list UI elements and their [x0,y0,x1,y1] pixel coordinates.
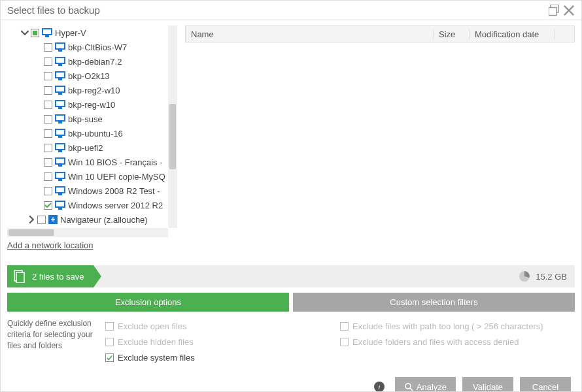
tree-label: Win 10 BIOS - Français - [68,157,162,167]
svg-rect-17 [56,87,64,91]
tree-sibling-navigateur[interactable]: + Navigateur (z.allouche) [7,212,177,227]
window-title: Select files to backup [7,5,546,16]
vm-icon [55,42,65,52]
option-label: Exclude files with path too long ( > 256… [352,321,543,331]
tree-item[interactable]: bkp-reg2-w10 [7,83,177,97]
validate-button[interactable]: Validate [462,377,513,392]
tree-item[interactable]: bkp-uefi2 [7,140,177,155]
checkbox[interactable] [44,86,52,95]
tree-label: bkp-debian7.2 [68,57,122,67]
checkbox[interactable] [37,216,46,224]
checkbox[interactable] [44,144,52,152]
tree-item[interactable]: bkp-ubuntu-16 [7,126,177,140]
tree-label: bkp-uefi2 [68,143,103,153]
svg-rect-11 [56,58,64,63]
exclude-path-too-long[interactable]: Exclude files with path too long ( > 256… [340,318,575,334]
checkbox-checked[interactable] [44,201,52,210]
tree-item[interactable]: bkp-debian7.2 [7,54,177,69]
add-network-link[interactable]: Add a network location [7,240,94,250]
checkbox[interactable] [44,115,52,123]
vm-icon [55,71,65,80]
vm-icon [42,28,52,37]
svg-rect-24 [58,122,62,123]
vm-icon [55,114,65,123]
analyze-button[interactable]: Analyze [395,377,456,392]
svg-rect-38 [56,188,64,192]
tab-custom-filters[interactable]: Custom selection filters [293,293,575,312]
exclude-open-files[interactable]: Exclude open files [105,318,340,334]
svg-rect-18 [58,93,62,95]
restore-icon[interactable] [549,6,560,15]
svg-rect-41 [56,202,64,206]
checkbox[interactable] [44,187,52,195]
info-icon[interactable]: i [374,382,385,392]
tree-label: bkp-CltBios-W7 [68,42,127,52]
checkbox[interactable] [44,57,52,66]
titlebar: Select files to backup [1,1,581,20]
svg-rect-27 [58,136,62,138]
cancel-button[interactable]: Cancel [520,377,571,392]
tree-item[interactable]: Win 10 UEFI copie-MySQ [7,169,177,184]
tree-vertical-scrollbar[interactable] [168,25,177,228]
svg-rect-32 [56,159,64,163]
total-size: 15.2 GB [536,272,567,282]
option-label: Exclude system files [118,353,195,363]
tree-item[interactable]: bkp-O2k13 [7,69,177,83]
chevron-right-icon[interactable] [27,215,36,224]
column-modification[interactable]: Modification date [470,29,555,39]
checkbox[interactable] [44,158,52,167]
checkbox[interactable] [340,338,349,346]
status-bar: 2 files to save 15.2 GB [7,265,575,287]
exclude-access-denied[interactable]: Exclude folders and files with access de… [340,334,575,350]
checkbox[interactable] [105,322,114,331]
svg-rect-33 [58,165,62,167]
column-size[interactable]: Size [434,29,470,39]
tree-item[interactable]: bkp-reg-w10 [7,97,177,112]
tab-exclusion[interactable]: Exclusion options [7,293,289,312]
status-size: 15.2 GB [519,270,575,282]
tree-scroll[interactable]: Hyper-V bkp-CltBios-W7bkp-debian7.2bkp-O… [7,25,177,228]
exclude-hidden-files[interactable]: Exclude hidden files [105,334,340,350]
checkbox[interactable] [44,172,52,181]
tree-label: Navigateur (z.allouche) [60,215,148,225]
checkbox-checked[interactable] [105,353,114,362]
files-count: 2 files to save [32,272,84,282]
scrollbar-thumb[interactable] [9,229,54,236]
button-label: Cancel [532,382,558,392]
svg-rect-14 [56,73,64,77]
tree-horizontal-scrollbar[interactable] [7,228,168,237]
svg-rect-8 [56,44,64,48]
checkbox[interactable] [340,322,349,331]
svg-rect-26 [56,130,64,135]
status-flag: 2 files to save [7,265,94,287]
checkbox[interactable] [105,338,114,346]
tree-root-hyperv[interactable]: Hyper-V [7,25,177,40]
option-label: Exclude folders and files with access de… [352,337,519,347]
svg-rect-30 [58,150,62,152]
checkbox[interactable] [44,43,52,52]
svg-line-47 [410,388,413,391]
svg-rect-35 [56,173,64,178]
option-label: Exclude hidden files [118,337,194,347]
scrollbar-thumb[interactable] [169,104,176,169]
checkbox-partial[interactable] [31,29,39,37]
svg-rect-15 [58,78,62,80]
column-name[interactable]: Name [186,29,434,39]
tree-item[interactable]: bkp-suse [7,112,177,126]
svg-rect-12 [58,64,62,66]
checkbox[interactable] [44,72,52,80]
tree-item[interactable]: Windows server 2012 R2 [7,198,177,212]
tree-item[interactable]: Windows 2008 R2 Test - [7,184,177,198]
checkbox[interactable] [44,101,52,109]
checkbox[interactable] [44,129,52,138]
tree-item[interactable]: Win 10 BIOS - Français - [7,155,177,169]
tree-label: bkp-reg2-w10 [68,86,120,95]
button-label: Analyze [417,382,447,392]
search-icon [404,382,413,391]
svg-rect-6 [45,35,49,37]
chevron-down-icon[interactable] [20,28,29,37]
close-icon[interactable] [563,6,575,15]
exclude-system-files[interactable]: Exclude system files [105,350,340,365]
tree-item[interactable]: bkp-CltBios-W7 [7,40,177,54]
tree-label: Hyper-V [55,28,86,38]
